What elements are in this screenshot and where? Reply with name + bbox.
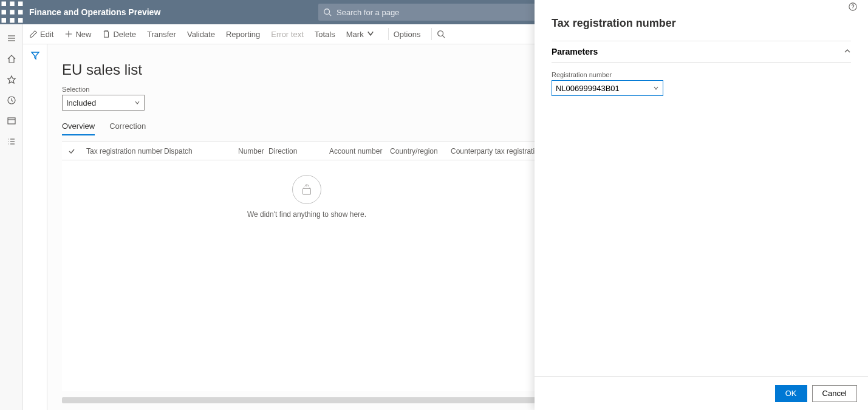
transfer-button[interactable]: Transfer <box>147 30 176 39</box>
reporting-label: Reporting <box>226 30 260 39</box>
col-direction[interactable]: Direction <box>264 147 324 155</box>
registration-number-input[interactable] <box>552 80 663 96</box>
selection-value: Included <box>66 98 96 108</box>
recent-icon[interactable] <box>0 90 23 111</box>
delete-button[interactable]: Delete <box>102 30 136 39</box>
svg-rect-3 <box>2 10 7 15</box>
svg-rect-7 <box>10 18 15 23</box>
col-counterparty[interactable]: Counterparty tax registration <box>446 147 543 155</box>
col-dispatch[interactable]: Dispatch <box>159 147 233 155</box>
empty-state-icon <box>292 175 321 204</box>
validate-label: Validate <box>187 30 215 39</box>
workspace-icon[interactable] <box>0 111 23 131</box>
new-label: New <box>75 30 91 39</box>
options-label: Options <box>394 30 421 39</box>
reporting-button[interactable]: Reporting <box>226 30 260 39</box>
global-search[interactable]: Search for a page <box>318 4 536 21</box>
tab-correction[interactable]: Correction <box>109 121 146 135</box>
error-text-button: Error text <box>271 30 303 39</box>
col-tax-reg[interactable]: Tax registration number <box>81 147 159 155</box>
new-button[interactable]: New <box>64 30 91 39</box>
transfer-label: Transfer <box>147 30 176 39</box>
chevron-down-icon <box>134 100 140 106</box>
data-grid: Tax registration number Dispatch Number … <box>62 142 552 391</box>
svg-rect-8 <box>18 18 23 23</box>
modules-icon[interactable] <box>0 131 23 152</box>
delete-label: Delete <box>113 30 136 39</box>
svg-rect-2 <box>18 2 23 7</box>
edit-button[interactable]: Edit <box>29 30 53 39</box>
panel-title: Tax registration number <box>535 12 868 41</box>
col-number[interactable]: Number <box>233 147 264 155</box>
svg-rect-6 <box>2 18 7 23</box>
svg-rect-0 <box>2 2 7 7</box>
parameters-section-header[interactable]: Parameters <box>552 41 851 63</box>
cancel-button[interactable]: Cancel <box>812 385 857 402</box>
col-country[interactable]: Country/region <box>385 147 446 155</box>
empty-state-message: We didn't find anything to show here. <box>247 210 366 219</box>
parameters-label: Parameters <box>552 47 598 56</box>
separator <box>431 28 432 40</box>
options-button[interactable]: Options <box>394 30 421 39</box>
chevron-down-icon <box>366 29 377 39</box>
star-icon[interactable] <box>0 69 23 90</box>
svg-rect-5 <box>18 10 23 15</box>
selection-dropdown[interactable]: Included <box>62 95 145 111</box>
svg-point-28 <box>849 3 856 10</box>
svg-rect-27 <box>303 188 311 194</box>
search-icon <box>437 30 445 38</box>
svg-line-10 <box>329 14 332 16</box>
pencil-icon <box>29 30 38 38</box>
app-launcher-icon[interactable] <box>0 0 24 24</box>
separator <box>388 28 389 40</box>
registration-number-label: Registration number <box>552 71 851 78</box>
svg-point-25 <box>438 31 443 36</box>
side-panel: Tax registration number Parameters Regis… <box>535 0 868 410</box>
app-title: Finance and Operations Preview <box>29 7 160 17</box>
svg-line-26 <box>443 36 445 38</box>
hamburger-icon[interactable] <box>0 28 23 49</box>
search-placeholder: Search for a page <box>337 8 399 17</box>
svg-rect-15 <box>8 118 15 124</box>
action-search-button[interactable] <box>437 30 445 38</box>
registration-number-field[interactable] <box>556 84 653 93</box>
totals-button[interactable]: Totals <box>315 30 335 39</box>
search-icon <box>323 8 332 16</box>
horizontal-scrollbar[interactable] <box>62 397 552 403</box>
mark-label: Mark <box>346 30 364 39</box>
svg-rect-4 <box>10 10 15 15</box>
select-all-checkbox[interactable] <box>62 148 81 155</box>
validate-button[interactable]: Validate <box>187 30 215 39</box>
ok-button[interactable]: OK <box>775 385 807 402</box>
svg-rect-1 <box>10 2 15 7</box>
tab-overview[interactable]: Overview <box>62 121 95 135</box>
col-account[interactable]: Account number <box>324 147 385 155</box>
chevron-down-icon <box>653 85 659 91</box>
nav-rail <box>0 24 23 410</box>
trash-icon <box>102 30 111 38</box>
filter-icon[interactable] <box>30 50 40 410</box>
home-icon[interactable] <box>0 49 23 69</box>
plus-icon <box>64 30 73 38</box>
svg-point-9 <box>324 9 330 15</box>
edit-label: Edit <box>40 30 53 39</box>
error-text-label: Error text <box>271 30 303 39</box>
mark-button[interactable]: Mark <box>346 29 377 39</box>
totals-label: Totals <box>315 30 335 39</box>
chevron-up-icon <box>844 47 851 56</box>
